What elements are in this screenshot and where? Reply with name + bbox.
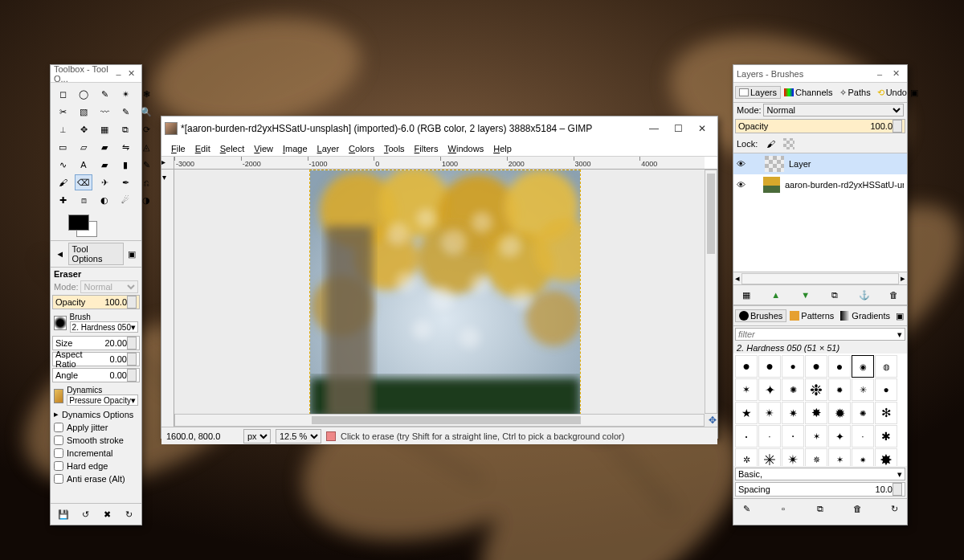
layer-opacity-spinner[interactable] — [893, 120, 902, 133]
tab-layers[interactable]: Layers — [735, 86, 781, 99]
duplicate-layer-icon[interactable]: ⧉ — [827, 287, 843, 303]
brush-item[interactable]: ❉ — [805, 378, 827, 401]
brush-item[interactable]: ● — [782, 355, 804, 378]
tab-channels[interactable]: Channels — [781, 87, 835, 98]
layer-row[interactable]: 👁Layer — [733, 153, 907, 174]
angle-spinner[interactable] — [127, 369, 137, 382]
delete-preset-icon[interactable]: ✖ — [99, 506, 115, 522]
brush-item[interactable]: ✶ — [805, 425, 827, 448]
restore-preset-icon[interactable]: ↺ — [77, 506, 93, 522]
anchor-layer-icon[interactable]: ⚓ — [856, 287, 872, 303]
lock-alpha-icon[interactable] — [783, 138, 794, 149]
layer-opacity-field[interactable]: Opacity100.0 — [735, 119, 905, 133]
layer-list[interactable]: 👁Layer👁aaron-burden-rd2yxHSSatU-unspla — [733, 153, 907, 272]
checkbox-incremental[interactable]: Incremental — [51, 447, 141, 460]
tool-options-tab[interactable]: Tool Options — [68, 243, 125, 265]
fg-color-swatch[interactable] — [68, 215, 89, 231]
brush-item[interactable]: ✺ — [852, 402, 874, 424]
tool-free-select[interactable]: ✎ — [96, 86, 113, 102]
brush-item[interactable]: ✻ — [875, 402, 897, 424]
maximize-button[interactable]: ☐ — [666, 116, 690, 141]
brush-item[interactable]: ✱ — [875, 425, 897, 448]
menu-tools[interactable]: Tools — [379, 142, 410, 155]
opacity-field[interactable]: Opacity 100.0 — [52, 295, 140, 309]
tab-undo[interactable]: ⟲Undo — [874, 87, 910, 99]
checkbox-smooth-stroke[interactable]: Smooth stroke — [51, 434, 141, 447]
tool-scale[interactable]: ▭ — [54, 139, 71, 155]
aspect-field[interactable]: Aspect Ratio0.00 — [52, 352, 140, 366]
brush-item[interactable]: ✶ — [828, 448, 851, 466]
horizontal-ruler[interactable]: -3000-2000-1000010002000300040005000 — [174, 157, 705, 170]
tool-text[interactable]: A — [75, 157, 92, 173]
vertical-scrollbar[interactable] — [705, 170, 717, 414]
raise-layer-icon[interactable]: ▲ — [768, 287, 784, 303]
brush-item[interactable]: ✹ — [828, 402, 851, 424]
spacing-field[interactable]: Spacing10.0 — [735, 482, 905, 497]
brush-item[interactable]: ● — [828, 355, 851, 378]
tool-rect-select[interactable]: ◻ — [54, 86, 71, 102]
navigate-icon[interactable]: ✥ — [709, 415, 717, 426]
minimize-icon[interactable]: – — [872, 66, 888, 82]
dynamics-icon[interactable] — [54, 389, 63, 403]
tool-align[interactable]: ▦ — [96, 121, 113, 137]
image-titlebar[interactable]: *[aaron-burden-rd2yxHSSatU-unsplash] (im… — [161, 116, 717, 141]
tool-pencil[interactable]: ✎ — [137, 157, 155, 173]
checkbox-hard-edge[interactable]: Hard edge — [51, 460, 141, 472]
tool-by-color-select[interactable]: ❃ — [137, 86, 155, 102]
tool-move[interactable]: ✥ — [75, 121, 92, 137]
aspect-spinner[interactable] — [127, 353, 137, 366]
menu-edit[interactable]: Edit — [190, 142, 215, 155]
tool-clone[interactable]: ⎌ — [137, 174, 155, 190]
brush-item[interactable]: ● — [875, 378, 897, 401]
menu-file[interactable]: File — [166, 142, 190, 155]
brush-item[interactable]: ✦ — [828, 425, 851, 448]
toolbox-titlebar[interactable]: Toolbox - Tool O... – ✕ — [51, 65, 141, 83]
tool-measure[interactable]: ⟂ — [54, 121, 71, 137]
menu-image[interactable]: Image — [278, 142, 312, 155]
layer-mode-select[interactable]: Normal — [763, 104, 904, 116]
brush-item[interactable]: · — [758, 425, 781, 448]
brush-item[interactable]: ✶ — [735, 378, 758, 401]
tool-color-picker[interactable]: ✎ — [116, 104, 134, 120]
filter-dropdown-icon[interactable]: ▾ — [897, 329, 902, 340]
spacing-spinner[interactable] — [893, 483, 902, 496]
brush-item[interactable]: ● — [805, 355, 827, 378]
brush-item[interactable]: ✷ — [782, 402, 804, 424]
tab-patterns[interactable]: Patterns — [786, 310, 837, 321]
brush-item[interactable]: ✵ — [805, 448, 827, 466]
tool-foreground-select[interactable]: ▧ — [75, 104, 92, 120]
tool-flip[interactable]: ⇋ — [116, 139, 134, 155]
refresh-brushes-icon[interactable]: ↻ — [886, 501, 902, 517]
new-layer-icon[interactable]: ▦ — [738, 287, 754, 303]
brush-item[interactable]: ✷ — [852, 448, 874, 466]
new-brush-icon[interactable]: ▫ — [775, 501, 791, 517]
brush-item[interactable]: ✴ — [758, 402, 781, 424]
brush-item[interactable]: ✳ — [758, 448, 781, 466]
angle-field[interactable]: Angle0.00 — [52, 368, 140, 382]
minimize-icon[interactable]: – — [112, 66, 125, 82]
tool-shear[interactable]: ▱ — [75, 139, 92, 155]
tool-blur-sharpen[interactable]: ◐ — [96, 192, 113, 208]
canvas-area[interactable]: ✥ — [174, 170, 717, 427]
tool-perspective[interactable]: ▰ — [96, 139, 113, 155]
size-field[interactable]: Size20.00 — [52, 336, 140, 350]
brush-tab-menu-icon[interactable]: ▣ — [893, 308, 905, 324]
zoom-select[interactable]: 12.5 % — [276, 429, 321, 444]
menu-windows[interactable]: Windows — [443, 142, 489, 155]
vertical-ruler[interactable]: ▾ — [161, 170, 174, 427]
brush-item[interactable]: · — [735, 425, 758, 448]
tool-paths[interactable]: 〰 — [96, 104, 113, 120]
brush-item[interactable]: · — [782, 425, 804, 448]
size-spinner[interactable] — [127, 337, 137, 349]
tab-paths[interactable]: ✧Paths — [836, 87, 874, 99]
tool-eraser[interactable]: ⌫ — [75, 174, 92, 190]
brush-item[interactable]: ✸ — [875, 448, 897, 466]
save-preset-icon[interactable]: 💾 — [55, 506, 71, 522]
tool-zoom[interactable]: 🔍 — [137, 104, 155, 120]
brush-filter-input[interactable] — [738, 329, 897, 339]
tool-scissors[interactable]: ✂ — [54, 104, 71, 120]
tab-menu-icon[interactable]: ▣ — [910, 84, 918, 100]
tool-ink[interactable]: ✒ — [116, 174, 134, 190]
layer-h-scroll[interactable]: ◂ ▸ — [733, 272, 907, 284]
delete-brush-icon[interactable]: 🗑 — [849, 501, 865, 517]
